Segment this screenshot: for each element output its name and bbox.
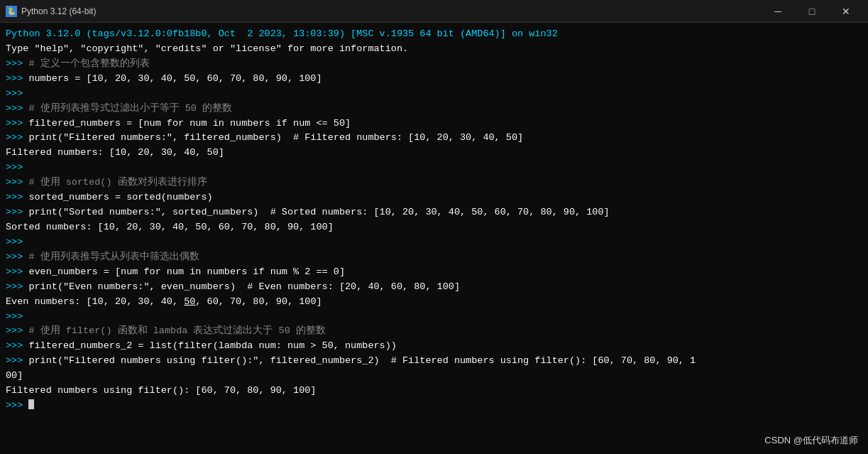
maximize-button[interactable]: □: [796, 1, 828, 22]
terminal-line-7: Filtered numbers: [10, 20, 30, 40, 50]: [6, 146, 862, 161]
terminal-line-4: >>> # 使用列表推导式过滤出小于等于 50 的整数: [6, 102, 862, 117]
terminal-line-2: >>> numbers = [10, 20, 30, 40, 50, 60, 7…: [6, 72, 862, 87]
terminal-line-12: Sorted numbers: [10, 20, 30, 40, 50, 60,…: [6, 220, 862, 235]
terminal-line-5: >>> filtered_numbers = [num for num in n…: [6, 117, 862, 131]
terminal-line-21: >>> print("Filtered numbers using filter…: [6, 354, 862, 369]
terminal-line-24: >>>: [6, 399, 862, 414]
python-icon: 🐍: [6, 6, 17, 17]
terminal-line-22: 00]: [6, 369, 862, 384]
terminal-line-23: Filtered numbers using filter(): [60, 70…: [6, 384, 862, 399]
terminal-line-header1: Python 3.12.0 (tags/v3.12.0:0fb18b0, Oct…: [6, 27, 862, 42]
terminal-line-18: >>>: [6, 310, 862, 325]
terminal-line-8: >>>: [6, 161, 862, 175]
terminal-line-13: >>>: [6, 235, 862, 250]
terminal-line-1: >>> # 定义一个包含整数的列表: [6, 57, 862, 72]
title-bar-left: 🐍 Python 3.12 (64-bit): [6, 6, 96, 17]
terminal-line-header2: Type "help", "copyright", "credits" or "…: [6, 42, 862, 57]
terminal-line-16: >>> print("Even numbers:", even_numbers)…: [6, 280, 862, 295]
terminal-line-6: >>> print("Filtered numbers:", filtered_…: [6, 131, 862, 146]
window-title: Python 3.12 (64-bit): [21, 6, 96, 16]
terminal-line-14: >>> # 使用列表推导式从列表中筛选出偶数: [6, 250, 862, 265]
terminal-line-9: >>> # 使用 sorted() 函数对列表进行排序: [6, 175, 862, 190]
terminal-line-15: >>> even_numbers = [num for num in numbe…: [6, 265, 862, 280]
terminal-line-19: >>> # 使用 filter() 函数和 lambda 表达式过滤出大于 50…: [6, 324, 862, 339]
close-button[interactable]: ✕: [830, 1, 862, 22]
window-controls: ─ □ ✕: [762, 1, 862, 22]
terminal-line-11: >>> print("Sorted numbers:", sorted_numb…: [6, 205, 862, 220]
title-bar: 🐍 Python 3.12 (64-bit) ─ □ ✕: [0, 0, 868, 23]
watermark: CSDN @低代码布道师: [764, 434, 858, 447]
terminal-line-20: >>> filtered_numbers_2 = list(filter(lam…: [6, 339, 862, 354]
terminal-line-17: Even numbers: [10, 20, 30, 40, 50, 60, 7…: [6, 295, 862, 310]
minimize-button[interactable]: ─: [762, 1, 794, 22]
terminal: Python 3.12.0 (tags/v3.12.0:0fb18b0, Oct…: [0, 23, 868, 454]
terminal-line-3: >>>: [6, 87, 862, 102]
terminal-line-10: >>> sorted_numbers = sorted(numbers): [6, 190, 862, 205]
